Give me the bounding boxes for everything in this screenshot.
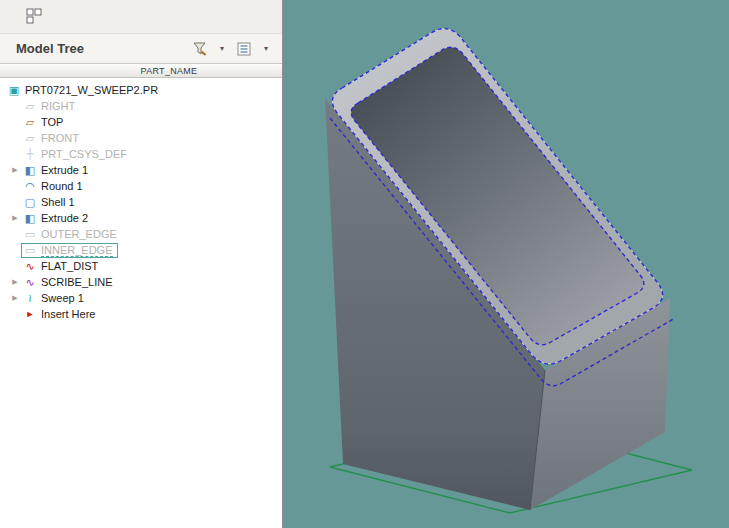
tree-item[interactable]: ▱ RIGHT — [0, 98, 282, 114]
expand-arrow-icon[interactable]: ▶ — [9, 294, 21, 302]
extrude-icon: ◧ — [23, 213, 37, 224]
tree-item-label: Round 1 — [41, 180, 83, 192]
tree-item-label: Extrude 2 — [41, 212, 88, 224]
tree-filters-dropdown[interactable]: ▾ — [212, 38, 232, 60]
tree-item-box: ▭ OUTER_EDGE — [21, 227, 122, 241]
tree-item-box: ▭ INNER_EDGE — [21, 243, 118, 258]
tree-item-box: ▣ PRT0721_W_SWEEP2.PR — [5, 83, 163, 97]
navigator-grid-icon — [26, 8, 42, 24]
panel-title: Model Tree — [16, 41, 84, 56]
datum-plane-top-icon: ▱ — [23, 117, 37, 128]
column-header-part-name[interactable]: PART_NAME — [0, 64, 282, 78]
navigator-toggle-button[interactable] — [24, 7, 44, 27]
expand-arrow-icon[interactable]: ▶ — [9, 166, 21, 174]
tree-filters-button[interactable] — [189, 38, 211, 60]
tree-item[interactable]: ▶ ◧ Extrude 2 — [0, 210, 282, 226]
edge-curve-icon: ▭ — [23, 245, 37, 256]
tree-item-box: ≀ Sweep 1 — [21, 291, 89, 305]
navigator-toolbar — [0, 0, 282, 34]
datum-plane-icon: ▱ — [23, 133, 37, 144]
model-tree-header: Model Tree ▾ ▾ — [0, 34, 282, 64]
view-list-icon — [236, 41, 252, 57]
tree-item[interactable]: ▢ Shell 1 — [0, 194, 282, 210]
tree-item[interactable]: ▱ FRONT — [0, 130, 282, 146]
settings-filter-icon — [192, 41, 208, 57]
tree-item-label: PRT0721_W_SWEEP2.PR — [25, 84, 158, 96]
tree-item-box: ∿ FLAT_DIST — [21, 259, 103, 273]
3d-scene[interactable] — [283, 0, 729, 528]
tree-item-box: ▱ TOP — [21, 115, 68, 129]
column-header-label: PART_NAME — [141, 66, 198, 76]
insert-here-icon: ► — [23, 310, 37, 319]
tree-item[interactable]: ◠ Round 1 — [0, 178, 282, 194]
tree-item-label: OUTER_EDGE — [41, 228, 117, 240]
tree-item-label: Shell 1 — [41, 196, 75, 208]
tree-item-label: SCRIBE_LINE — [41, 276, 113, 288]
tree-item-box: ◧ Extrude 2 — [21, 211, 93, 225]
sweep-icon: ≀ — [23, 293, 37, 304]
tree-item[interactable]: ▶ ∿ SCRIBE_LINE — [0, 274, 282, 290]
shell-icon: ▢ — [23, 197, 37, 208]
tree-item[interactable]: ▶ ≀ Sweep 1 — [0, 290, 282, 306]
curve-red-icon: ∿ — [23, 261, 37, 272]
tree-item[interactable]: ∿ FLAT_DIST — [0, 258, 282, 274]
tree-item-box: ◧ Extrude 1 — [21, 163, 93, 177]
expand-arrow-icon[interactable]: ▶ — [9, 214, 21, 222]
tree-item-label: Sweep 1 — [41, 292, 84, 304]
tree-item-box: ┼ PRT_CSYS_DEF — [21, 147, 132, 161]
round-icon: ◠ — [23, 181, 37, 192]
tree-item-box: ▢ Shell 1 — [21, 195, 80, 209]
model-tree-panel: Model Tree ▾ ▾ — [0, 0, 283, 528]
model-tree: ▣ PRT0721_W_SWEEP2.PR ▱ RIGHT ▱ TOP ▱ FR… — [0, 78, 282, 528]
tree-item-label: FRONT — [41, 132, 79, 144]
tree-item-box: ◠ Round 1 — [21, 179, 88, 193]
tree-item-label: FLAT_DIST — [41, 260, 98, 272]
tree-item-box: ► Insert Here — [21, 307, 100, 321]
tree-item-label: RIGHT — [41, 100, 75, 112]
tree-item-box: ▱ FRONT — [21, 131, 84, 145]
tree-columns-dropdown[interactable]: ▾ — [256, 38, 276, 60]
tree-item[interactable]: ▭ INNER_EDGE — [0, 242, 282, 258]
graphics-viewport[interactable] — [283, 0, 729, 528]
model-tree-header-buttons: ▾ ▾ — [189, 38, 276, 60]
extrude-icon: ◧ — [23, 165, 37, 176]
part-icon: ▣ — [7, 85, 21, 96]
tree-item[interactable]: ► Insert Here — [0, 306, 282, 322]
tree-item[interactable]: ▣ PRT0721_W_SWEEP2.PR — [0, 82, 282, 98]
tree-item[interactable]: ▱ TOP — [0, 114, 282, 130]
tree-item[interactable]: ▶ ◧ Extrude 1 — [0, 162, 282, 178]
application-window: Model Tree ▾ ▾ — [0, 0, 729, 528]
tree-item[interactable]: ▭ OUTER_EDGE — [0, 226, 282, 242]
expand-arrow-icon[interactable]: ▶ — [9, 278, 21, 286]
tree-item-label: PRT_CSYS_DEF — [41, 148, 127, 160]
tree-item-label: TOP — [41, 116, 63, 128]
tree-item-label: Insert Here — [41, 308, 95, 320]
tree-columns-button[interactable] — [233, 38, 255, 60]
edge-curve-icon: ▭ — [23, 229, 37, 240]
tree-item[interactable]: ┼ PRT_CSYS_DEF — [0, 146, 282, 162]
tree-item-box: ∿ SCRIBE_LINE — [21, 275, 118, 289]
tree-item-label: INNER_EDGE — [41, 244, 113, 257]
curve-purple-icon: ∿ — [23, 277, 37, 288]
csys-icon: ┼ — [23, 149, 37, 159]
tree-item-label: Extrude 1 — [41, 164, 88, 176]
datum-plane-icon: ▱ — [23, 101, 37, 112]
tree-item-box: ▱ RIGHT — [21, 99, 80, 113]
